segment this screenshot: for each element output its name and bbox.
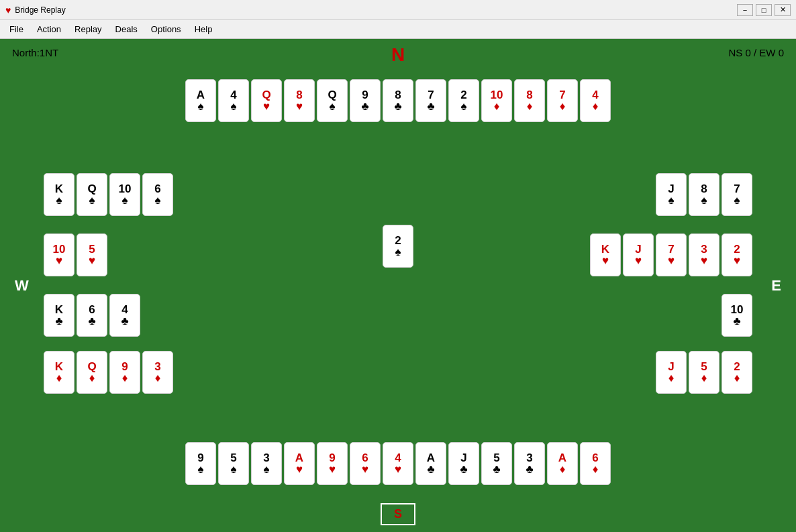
north-direction-label: N <box>391 44 405 66</box>
menu-replay[interactable]: Replay <box>68 21 108 37</box>
game-area: North:1NT N NS 0 / EW 0 W E A♠4♠Q♥8♥Q♠9♣… <box>0 39 796 532</box>
playing-card: 7♠ <box>722 173 752 216</box>
playing-card: 5♥ <box>77 233 107 276</box>
playing-card: 10♥ <box>44 233 74 276</box>
south-cards: 9♠5♠3♠A♥9♥6♥4♥A♣J♣5♣3♣A♦6♦ <box>185 442 611 485</box>
playing-card: 10♣ <box>722 294 752 337</box>
playing-card: 4♦ <box>580 79 611 122</box>
playing-card: Q♥ <box>251 79 282 122</box>
west-cards-row4: K♦Q♦9♦3♦ <box>44 351 173 394</box>
playing-card: 4♥ <box>383 442 413 485</box>
app-title: Bridge Replay <box>15 5 65 15</box>
east-cards-row4: J♦5♦2♦ <box>656 351 752 394</box>
playing-card: 3♦ <box>142 351 173 394</box>
west-direction-label: W <box>15 277 29 295</box>
menu-options[interactable]: Options <box>144 21 188 37</box>
playing-card: 8♥ <box>284 79 315 122</box>
south-direction-label: S <box>381 503 415 525</box>
playing-card: 6♣ <box>77 294 107 337</box>
playing-card: 5♦ <box>689 351 719 394</box>
playing-card: 9♥ <box>317 442 348 485</box>
playing-card: 4♠ <box>218 79 249 122</box>
playing-card: 7♥ <box>656 233 687 276</box>
title-bar: ♥ Bridge Replay − □ ✕ <box>0 0 796 20</box>
playing-card: 2♦ <box>722 351 752 394</box>
playing-card: A♦ <box>547 442 578 485</box>
playing-card: J♥ <box>623 233 654 276</box>
playing-card: 4♣ <box>109 294 140 337</box>
playing-card: 6♠ <box>142 173 173 216</box>
west-cards-row3: K♣6♣4♣ <box>44 294 140 337</box>
playing-card: 9♣ <box>350 79 381 122</box>
playing-card: 6♥ <box>350 442 381 485</box>
menu-help[interactable]: Help <box>188 21 219 37</box>
playing-card: Q♠ <box>77 173 107 216</box>
playing-card: J♦ <box>656 351 687 394</box>
maximize-button[interactable]: □ <box>756 4 772 16</box>
playing-card: K♥ <box>590 233 621 276</box>
playing-card: 8♦ <box>514 79 545 122</box>
center-card: 2 ♠ <box>383 225 413 268</box>
playing-card: 3♠ <box>251 442 282 485</box>
playing-card: 5♣ <box>481 442 512 485</box>
east-cards-row1: J♠8♠7♠ <box>656 173 752 216</box>
east-cards-row2: K♥J♥7♥3♥2♥ <box>590 233 752 276</box>
playing-card: 2♠ <box>448 79 479 122</box>
playing-card: 8♣ <box>383 79 413 122</box>
contract-label: North:1NT <box>12 47 58 58</box>
playing-card: 7♦ <box>547 79 578 122</box>
playing-card: K♠ <box>44 173 74 216</box>
playing-card: 10♠ <box>109 173 140 216</box>
playing-card: K♦ <box>44 351 74 394</box>
playing-card: J♣ <box>448 442 479 485</box>
playing-card: 9♦ <box>109 351 140 394</box>
playing-card: 8♠ <box>689 173 719 216</box>
playing-card: Q♠ <box>317 79 348 122</box>
menu-action[interactable]: Action <box>30 21 68 37</box>
playing-card: 9♠ <box>185 442 216 485</box>
window-controls: − □ ✕ <box>737 4 791 16</box>
menu-file[interactable]: File <box>3 21 30 37</box>
playing-card: 6♦ <box>580 442 611 485</box>
west-cards-row2: 10♥5♥ <box>44 233 107 276</box>
playing-card: 3♣ <box>514 442 545 485</box>
playing-card: 7♣ <box>415 79 446 122</box>
playing-card: A♣ <box>415 442 446 485</box>
playing-card: J♠ <box>656 173 687 216</box>
playing-card: A♥ <box>284 442 315 485</box>
playing-card: 2♥ <box>722 233 752 276</box>
playing-card: A♠ <box>185 79 216 122</box>
menu-bar: File Action Replay Deals Options Help <box>0 20 796 39</box>
playing-card: 3♥ <box>689 233 719 276</box>
west-cards-row1: K♠Q♠10♠6♠ <box>44 173 173 216</box>
score-display: NS 0 / EW 0 <box>728 47 784 58</box>
playing-card: 10♦ <box>481 79 512 122</box>
close-button[interactable]: ✕ <box>775 4 791 16</box>
menu-deals[interactable]: Deals <box>109 21 144 37</box>
east-cards-row3: 10♣ <box>722 294 752 337</box>
playing-card: 5♠ <box>218 442 249 485</box>
minimize-button[interactable]: − <box>737 4 753 16</box>
app-icon: ♥ <box>5 5 11 15</box>
north-cards: A♠4♠Q♥8♥Q♠9♣8♣7♣2♠10♦8♦7♦4♦ <box>185 79 611 122</box>
playing-card: Q♦ <box>77 351 107 394</box>
east-direction-label: E <box>771 277 781 295</box>
playing-card: K♣ <box>44 294 74 337</box>
